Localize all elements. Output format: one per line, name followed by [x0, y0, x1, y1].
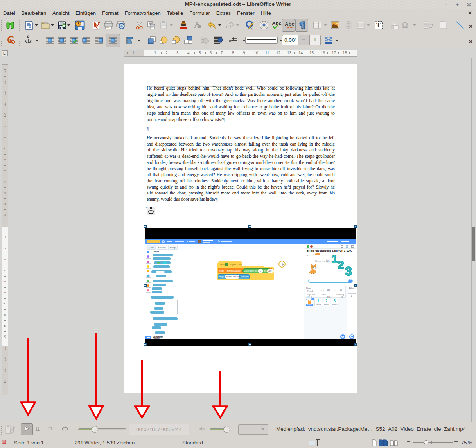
svg-text:T: T — [376, 22, 381, 29]
svg-text:Abc: Abc — [272, 20, 282, 26]
svg-text:Abc: Abc — [285, 21, 295, 27]
svg-text:Ω: Ω — [402, 21, 408, 29]
